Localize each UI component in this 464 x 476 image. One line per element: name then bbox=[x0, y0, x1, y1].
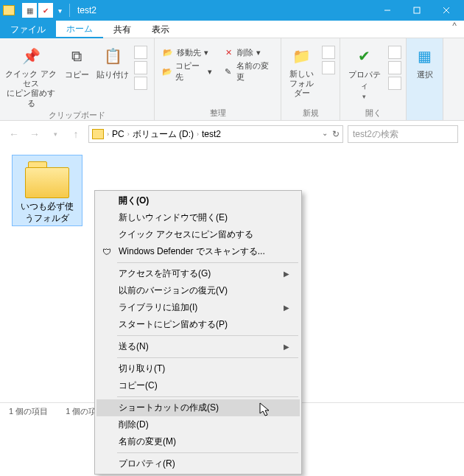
group-organize: 📂移動先 ▾ 📂コピー先 ▾ ✕削除 ▾ ✎名前の変更 整理 bbox=[155, 38, 281, 120]
menu-pin-start[interactable]: スタートにピン留めする(P) bbox=[96, 316, 300, 333]
move-icon: 📂 bbox=[162, 46, 174, 58]
chevron-right-icon: ▶ bbox=[284, 304, 289, 312]
ribbon-collapse-icon[interactable]: ^ bbox=[445, 21, 464, 38]
qat-new-folder-icon[interactable]: ✔ bbox=[38, 3, 53, 18]
address-row: ← → ▾ ↑ › PC › ボリューム (D:) › test2 ⌄ ↻ te… bbox=[0, 121, 464, 147]
chevron-right-icon: ▶ bbox=[284, 343, 289, 351]
menu-send-to[interactable]: 送る(N)▶ bbox=[96, 338, 300, 355]
delete-button[interactable]: ✕削除 ▾ bbox=[219, 44, 276, 60]
open-icon[interactable] bbox=[388, 46, 401, 59]
select-button[interactable]: ▦ 選択 bbox=[411, 41, 438, 80]
pin-icon: 📌 bbox=[19, 44, 43, 68]
qat-dropdown-icon[interactable]: ▾ bbox=[55, 3, 65, 18]
shield-icon: 🛡 bbox=[101, 246, 113, 258]
breadcrumb-pc[interactable]: PC bbox=[112, 129, 124, 139]
ribbon-tabs: ファイル ホーム 共有 表示 ^ bbox=[0, 21, 464, 38]
group-new: 📁 新しい フォルダー 新規 bbox=[281, 38, 340, 120]
back-button[interactable]: ← bbox=[6, 126, 22, 142]
rename-button[interactable]: ✎名前の変更 bbox=[219, 63, 276, 80]
copy-to-button[interactable]: 📂コピー先 ▾ bbox=[159, 63, 215, 80]
svg-rect-1 bbox=[414, 7, 420, 13]
breadcrumb-volume[interactable]: ボリューム (D:) bbox=[133, 128, 194, 141]
new-folder-button[interactable]: 📁 新しい フォルダー bbox=[286, 41, 317, 99]
maximize-button[interactable] bbox=[402, 0, 432, 21]
menu-add-library[interactable]: ライブラリに追加(I)▶ bbox=[96, 299, 300, 316]
recent-dropdown[interactable]: ▾ bbox=[47, 126, 63, 142]
qat-properties-icon[interactable]: ▦ bbox=[22, 3, 37, 18]
chevron-right-icon[interactable]: › bbox=[197, 130, 199, 138]
menu-open[interactable]: 開く(O) bbox=[96, 192, 300, 209]
refresh-icon[interactable]: ↻ bbox=[332, 129, 340, 139]
clipboard-extras bbox=[134, 41, 147, 90]
menu-create-shortcut[interactable]: ショートカットの作成(S) bbox=[96, 399, 300, 416]
search-input[interactable]: test2の検索 bbox=[348, 125, 458, 143]
history-icon[interactable] bbox=[388, 77, 401, 90]
group-open: ✔ プロパティ ▾ 開く bbox=[340, 38, 407, 120]
copy-button[interactable]: ⧉ コピー bbox=[62, 41, 91, 80]
quick-access-toolbar: ▦ ✔ ▾ bbox=[22, 3, 65, 18]
tab-share[interactable]: 共有 bbox=[103, 21, 141, 38]
forward-button[interactable]: → bbox=[27, 126, 43, 142]
close-button[interactable] bbox=[432, 0, 461, 21]
folder-item[interactable]: いつも必ず使うフォルダ bbox=[12, 155, 82, 226]
menu-open-new-window[interactable]: 新しいウィンドウで開く(E) bbox=[96, 209, 300, 226]
properties-button[interactable]: ✔ プロパティ ▾ bbox=[345, 41, 384, 100]
cut-icon[interactable] bbox=[134, 46, 147, 59]
tab-file[interactable]: ファイル bbox=[0, 21, 56, 38]
menu-copy[interactable]: コピー(C) bbox=[96, 377, 300, 394]
menu-pin-quick-access[interactable]: クイック アクセスにピン留めする bbox=[96, 226, 300, 243]
menu-delete[interactable]: 削除(D) bbox=[96, 416, 300, 433]
folder-icon bbox=[25, 161, 69, 198]
new-item-icon[interactable] bbox=[322, 46, 335, 59]
menu-properties[interactable]: プロパティ(R) bbox=[96, 455, 300, 472]
copy-to-icon: 📂 bbox=[162, 66, 172, 77]
status-count: 1 個の項目 bbox=[9, 406, 48, 417]
tab-view[interactable]: 表示 bbox=[141, 21, 180, 38]
paste-shortcut-icon[interactable] bbox=[134, 77, 147, 90]
up-button[interactable]: ↑ bbox=[68, 126, 84, 142]
rename-icon: ✎ bbox=[222, 66, 233, 77]
chevron-right-icon[interactable]: › bbox=[127, 130, 130, 138]
title-bar: ▦ ✔ ▾ test2 bbox=[0, 0, 464, 21]
context-menu: 開く(O) 新しいウィンドウで開く(E) クイック アクセスにピン留めする 🛡W… bbox=[94, 190, 302, 475]
copy-path-icon[interactable] bbox=[134, 61, 147, 74]
window-title: test2 bbox=[77, 5, 96, 15]
group-clipboard: 📌 クイック アクセス にピン留めする ⧉ コピー 📋 貼り付け クリップボード bbox=[0, 38, 155, 120]
address-bar[interactable]: › PC › ボリューム (D:) › test2 ⌄ ↻ bbox=[88, 125, 343, 143]
properties-icon: ✔ bbox=[353, 44, 376, 68]
paste-icon: 📋 bbox=[101, 44, 124, 68]
menu-previous-versions[interactable]: 以前のバージョンの復元(V) bbox=[96, 282, 300, 299]
minimize-button[interactable] bbox=[373, 0, 402, 21]
delete-icon: ✕ bbox=[222, 46, 234, 58]
tab-home[interactable]: ホーム bbox=[56, 21, 103, 38]
pin-quick-access-button[interactable]: 📌 クイック アクセス にピン留めする bbox=[4, 41, 57, 108]
menu-rename[interactable]: 名前の変更(M) bbox=[96, 433, 300, 450]
select-icon: ▦ bbox=[413, 44, 437, 68]
menu-grant-access[interactable]: アクセスを許可する(G)▶ bbox=[96, 265, 300, 282]
paste-button[interactable]: 📋 貼り付け bbox=[96, 41, 130, 80]
chevron-right-icon[interactable]: › bbox=[107, 130, 109, 138]
copy-icon: ⧉ bbox=[65, 44, 88, 68]
app-folder-icon bbox=[3, 5, 15, 15]
easy-access-icon[interactable] bbox=[322, 61, 335, 74]
breadcrumb-folder[interactable]: test2 bbox=[202, 129, 221, 139]
group-select: ▦ 選択 bbox=[407, 38, 443, 120]
ribbon: 📌 クイック アクセス にピン留めする ⧉ コピー 📋 貼り付け クリップボード… bbox=[0, 38, 464, 121]
chevron-right-icon: ▶ bbox=[284, 270, 289, 278]
edit-icon[interactable] bbox=[388, 61, 401, 74]
menu-cut[interactable]: 切り取り(T) bbox=[96, 360, 300, 377]
new-folder-icon: 📁 bbox=[290, 44, 314, 68]
address-dropdown-icon[interactable]: ⌄ bbox=[322, 129, 328, 139]
move-to-button[interactable]: 📂移動先 ▾ bbox=[159, 44, 215, 60]
menu-defender-scan[interactable]: 🛡Windows Defender でスキャンする... bbox=[96, 243, 300, 260]
address-folder-icon bbox=[92, 129, 104, 139]
folder-name: いつも必ず使うフォルダ bbox=[20, 201, 74, 224]
